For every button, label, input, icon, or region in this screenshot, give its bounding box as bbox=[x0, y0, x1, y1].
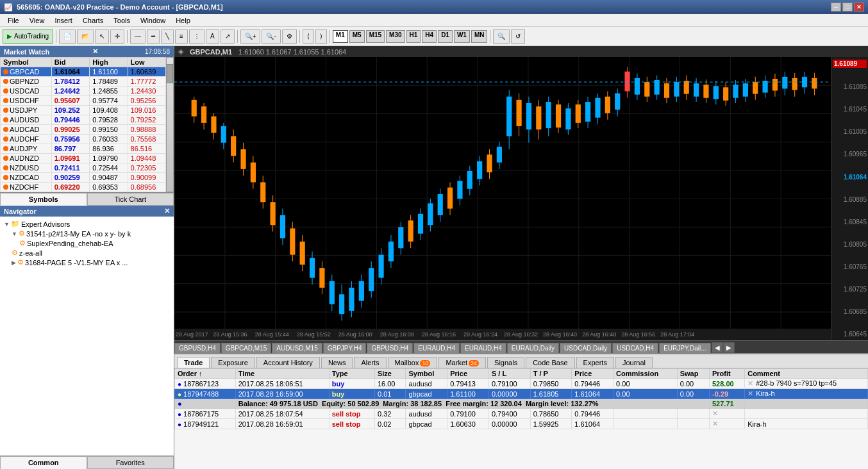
toolbar-new-chart[interactable]: 📄 bbox=[59, 29, 76, 44]
menu-window[interactable]: Window bbox=[135, 15, 171, 26]
chart-tab-6[interactable]: EURAUD,H4 bbox=[460, 343, 506, 353]
svg-rect-45 bbox=[300, 242, 305, 265]
chart-tab-nav-left[interactable]: ◀ bbox=[712, 342, 723, 353]
menu-charts[interactable]: Charts bbox=[78, 15, 108, 26]
toolbar-select[interactable]: ↖ bbox=[95, 29, 109, 44]
list-item[interactable]: NZDCHF 0.69220 0.69353 0.68956 bbox=[1, 183, 166, 192]
toolbar-crosshair[interactable]: ✛ bbox=[110, 29, 124, 44]
tab-exposure[interactable]: Exposure bbox=[211, 357, 255, 368]
list-item[interactable]: USDCAD 1.24642 1.24855 1.24430 bbox=[1, 86, 166, 96]
tf-m1[interactable]: M1 bbox=[333, 30, 348, 43]
menu-help[interactable]: Help bbox=[171, 15, 196, 26]
market-watch-scroll-thumb[interactable] bbox=[167, 64, 173, 83]
toolbar-fwd[interactable]: ⟩ bbox=[315, 29, 327, 44]
navigator-close[interactable]: ✕ bbox=[164, 207, 170, 215]
toolbar-text[interactable]: A bbox=[206, 29, 219, 44]
toolbar-tline[interactable]: ╲ bbox=[161, 29, 174, 44]
toolbar-back[interactable]: ⟨ bbox=[303, 29, 314, 44]
minimize-button[interactable]: ─ bbox=[831, 3, 841, 12]
tab-news[interactable]: News bbox=[321, 357, 353, 368]
list-item[interactable]: USDJPY 109.252 109.408 109.016 bbox=[1, 106, 166, 115]
table-row[interactable]: ● 187867123 2017.08.25 18:06:51 buy 16.0… bbox=[175, 379, 868, 389]
nav-tab-favorites[interactable]: Favorites bbox=[87, 456, 174, 469]
nav-ea-item-4[interactable]: ▶ ⚙ 31684-PAGE 5 -V1.5-MY EA x ... bbox=[9, 258, 172, 267]
menu-tools[interactable]: Tools bbox=[108, 15, 135, 26]
list-item[interactable]: GBPCAD 1.61064 1.61100 1.60639 bbox=[1, 67, 166, 77]
list-item[interactable]: AUDCAD 0.99025 0.99150 0.98888 bbox=[1, 125, 166, 135]
close-x[interactable]: ✕ bbox=[747, 379, 753, 387]
window-controls[interactable]: ─ □ ✕ bbox=[831, 3, 864, 12]
market-watch-close[interactable]: ✕ bbox=[92, 47, 98, 56]
table-row[interactable]: ● 187947488 2017.08.28 16:59:00 buy 0.01… bbox=[175, 389, 868, 399]
chart-tab-9[interactable]: USDCAD,H4 bbox=[612, 343, 658, 353]
chart-tab-5[interactable]: EURAUD,H4 bbox=[413, 343, 460, 353]
toolbar-zoomin[interactable]: 🔍+ bbox=[240, 29, 261, 44]
toolbar-fib[interactable]: ⋮ bbox=[189, 29, 204, 44]
menu-insert[interactable]: Insert bbox=[49, 15, 78, 26]
tab-market[interactable]: Market24 bbox=[438, 357, 486, 368]
menu-view[interactable]: View bbox=[24, 15, 50, 26]
tab-codebase[interactable]: Code Base bbox=[526, 357, 574, 368]
list-item[interactable]: AUDNZD 1.09691 1.09790 1.09448 bbox=[1, 154, 166, 163]
chart-tab-8[interactable]: USDCAD,Daily bbox=[560, 343, 612, 353]
tf-m30[interactable]: M30 bbox=[386, 30, 405, 43]
chart-tab-10[interactable]: EURJPY,Dail... bbox=[659, 343, 711, 353]
tab-tick-chart[interactable]: Tick Chart bbox=[87, 193, 174, 206]
chart-canvas[interactable]: 28 Aug 2017 28 Aug 15:36 28 Aug 15:44 28… bbox=[174, 57, 831, 340]
close-x-3[interactable]: ✕ bbox=[712, 409, 718, 417]
tab-symbols[interactable]: Symbols bbox=[0, 193, 87, 206]
close-button[interactable]: ✕ bbox=[854, 3, 864, 12]
list-item[interactable]: AUDUSD 0.79446 0.79528 0.79252 bbox=[1, 115, 166, 125]
chart-tab-7[interactable]: EURAUD,Daily bbox=[507, 343, 559, 353]
tab-signals[interactable]: Signals bbox=[487, 357, 524, 368]
chart-tab-3[interactable]: GBPJPY,H4 bbox=[323, 343, 367, 353]
tab-mailbox[interactable]: Mailbox10 bbox=[388, 357, 438, 368]
tf-m5[interactable]: M5 bbox=[349, 30, 365, 43]
autotrading-button[interactable]: ▶ AutoTrading bbox=[3, 29, 53, 44]
toolbar-hline[interactable]: ━ bbox=[147, 29, 160, 44]
tab-experts[interactable]: Experts bbox=[576, 357, 614, 368]
toolbar-line[interactable]: — bbox=[130, 29, 146, 44]
nav-expert-advisors[interactable]: ▼ 📁 Expert Advisors bbox=[1, 219, 172, 229]
tf-d1[interactable]: D1 bbox=[438, 30, 453, 43]
nav-ea-item-1[interactable]: ▼ ⚙ 31541-p2#13-My EA -no x y- by k bbox=[9, 229, 172, 238]
close-x-selected[interactable]: ✕ bbox=[747, 390, 753, 397]
chart-tab-2[interactable]: AUDUSD,M15 bbox=[272, 343, 322, 353]
list-item[interactable]: NZDUSD 0.72411 0.72544 0.72305 bbox=[1, 163, 166, 173]
list-item[interactable]: GBPNZD 1.78412 1.78489 1.77772 bbox=[1, 77, 166, 86]
toolbar-arrow[interactable]: ↗ bbox=[221, 29, 235, 44]
list-item[interactable]: AUDJPY 86.797 86.936 86.516 bbox=[1, 144, 166, 154]
toolbar-zoomout[interactable]: 🔍- bbox=[262, 29, 280, 44]
market-watch-scrollbar[interactable] bbox=[166, 57, 174, 192]
chart-tab-4[interactable]: GBPUSD,H4 bbox=[367, 343, 413, 353]
close-x-4[interactable]: ✕ bbox=[712, 420, 718, 427]
nav-tab-common[interactable]: Common bbox=[0, 456, 87, 469]
nav-ea-item-2[interactable]: ⚙ SuplexPending_chehab-EA bbox=[17, 238, 172, 248]
tf-h1[interactable]: H1 bbox=[406, 30, 421, 43]
toolbar-channel[interactable]: ≡ bbox=[175, 29, 188, 44]
chart-tab-0[interactable]: GBPUSD,H4 bbox=[174, 343, 221, 353]
tab-alerts[interactable]: Alerts bbox=[354, 357, 386, 368]
maximize-button[interactable]: □ bbox=[842, 3, 853, 12]
list-item[interactable]: AUDCHF 0.75956 0.76033 0.75568 bbox=[1, 135, 166, 144]
tf-mn[interactable]: MN bbox=[471, 30, 488, 43]
time-label-1: 28 Aug 15:36 bbox=[210, 331, 251, 338]
tab-account-history[interactable]: Account History bbox=[256, 357, 320, 368]
table-row[interactable]: ● 187867175 2017.08.25 18:07:54 sell sto… bbox=[175, 409, 868, 419]
tab-journal[interactable]: Journal bbox=[615, 357, 653, 368]
tf-m15[interactable]: M15 bbox=[366, 30, 385, 43]
tf-h4[interactable]: H4 bbox=[422, 30, 437, 43]
toolbar-search[interactable]: 🔍 bbox=[493, 29, 510, 44]
table-row[interactable]: ● 187949121 2017.08.28 16:59:01 sell sto… bbox=[175, 419, 868, 429]
chart-tab-1[interactable]: GBPCAD,M15 bbox=[221, 343, 271, 353]
toolbar-properties[interactable]: ⚙ bbox=[282, 29, 297, 44]
list-item[interactable]: USDCHF 0.95607 0.95774 0.95256 bbox=[1, 96, 166, 106]
toolbar-open[interactable]: 📂 bbox=[77, 29, 94, 44]
list-item[interactable]: NZDCAD 0.90259 0.90487 0.90099 bbox=[1, 173, 166, 183]
toolbar-refresh[interactable]: ↺ bbox=[511, 29, 525, 44]
tf-w1[interactable]: W1 bbox=[454, 30, 470, 43]
chart-tab-nav-right[interactable]: ▶ bbox=[723, 342, 735, 353]
menu-file[interactable]: File bbox=[3, 15, 24, 26]
nav-ea-item-3[interactable]: ⚙ z-ea-all bbox=[9, 248, 172, 258]
tab-trade[interactable]: Trade bbox=[177, 357, 210, 368]
